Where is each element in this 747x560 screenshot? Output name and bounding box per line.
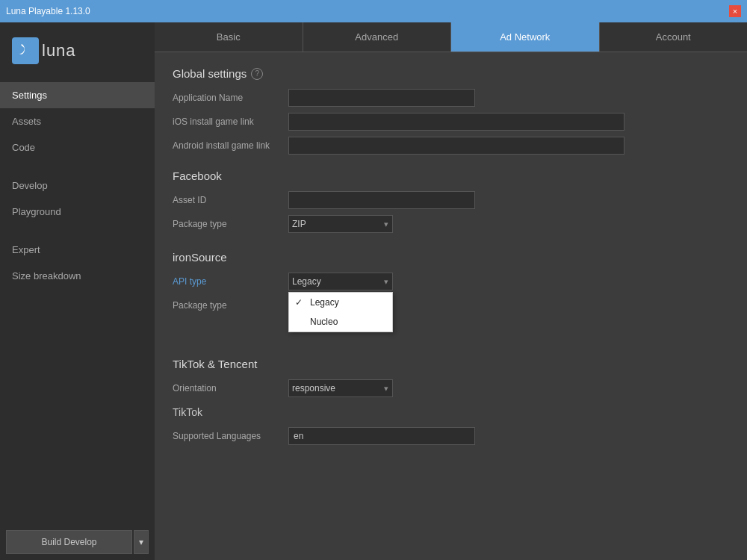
logo-icon: [12, 37, 39, 64]
logo-text: luna: [42, 41, 76, 60]
ironsource-package-type-row: Package type ZIP HTML: [173, 296, 729, 314]
sidebar-item-assets[interactable]: Assets: [0, 108, 155, 134]
tab-ad-network[interactable]: Ad Network: [451, 22, 600, 52]
supported-languages-label: Supported Languages: [173, 431, 288, 441]
content-area: Basic Advanced Ad Network Account Global…: [155, 22, 747, 560]
application-name-label: Application Name: [173, 93, 288, 103]
tab-bar: Basic Advanced Ad Network Account: [155, 22, 747, 52]
build-dropdown-button[interactable]: ▾: [134, 530, 149, 554]
sidebar-item-size-breakdown[interactable]: Size breakdown: [0, 263, 155, 289]
orientation-wrapper: responsive portrait landscape: [288, 379, 393, 397]
sidebar-item-settings[interactable]: Settings: [0, 82, 155, 108]
app-title: Luna Playable 1.13.0: [6, 6, 90, 16]
help-icon[interactable]: ?: [251, 68, 263, 80]
tab-basic[interactable]: Basic: [155, 22, 303, 52]
sidebar-item-expert[interactable]: Expert: [0, 237, 155, 263]
logo-area: luna: [0, 22, 155, 82]
titlebar: Luna Playable 1.13.0 ×: [0, 0, 747, 22]
orientation-select[interactable]: responsive portrait landscape: [288, 379, 393, 397]
ironsource-api-type-label[interactable]: API type: [173, 276, 288, 287]
fb-asset-id-row: Asset ID: [173, 191, 729, 209]
android-install-link-input[interactable]: [288, 137, 624, 155]
android-install-link-label: Android install game link: [173, 140, 288, 151]
sidebar-item-code[interactable]: Code: [0, 134, 155, 161]
fb-package-type-select[interactable]: ZIP HTML: [288, 215, 393, 233]
build-develop-button[interactable]: Build Develop: [6, 530, 132, 554]
application-name-row: Application Name: [173, 89, 729, 107]
tab-advanced[interactable]: Advanced: [303, 22, 452, 52]
facebook-header: Facebook: [173, 169, 729, 182]
orientation-label: Orientation: [173, 383, 288, 393]
dropdown-option-nucleo[interactable]: Nucleo: [289, 312, 392, 332]
ironsource-package-type-label: Package type: [173, 300, 288, 311]
tiktok-tencent-header: TikTok & Tencent: [173, 358, 729, 370]
app-container: luna Settings Assets Code Develop Playgr…: [0, 22, 747, 560]
sidebar: luna Settings Assets Code Develop Playgr…: [0, 22, 155, 560]
orientation-row: Orientation responsive portrait landscap…: [173, 379, 729, 397]
ios-install-link-row: iOS install game link: [173, 113, 729, 131]
ios-install-link-label: iOS install game link: [173, 116, 288, 127]
fb-package-type-row: Package type ZIP HTML: [173, 215, 729, 233]
fb-asset-id-label: Asset ID: [173, 195, 288, 205]
ironsource-api-type-row: API type Legacy Nucleo Legacy Nucleo: [173, 273, 729, 290]
fb-package-type-wrapper: ZIP HTML: [288, 215, 393, 233]
ios-install-link-input[interactable]: [288, 113, 624, 131]
ironsource-api-type-select[interactable]: Legacy Nucleo: [288, 273, 393, 290]
tiktok-header: TikTok: [173, 406, 729, 418]
logo: luna: [12, 37, 143, 64]
fb-asset-id-input[interactable]: [288, 191, 475, 209]
api-type-dropdown-popup: Legacy Nucleo: [288, 292, 393, 332]
build-btn-area: Build Develop ▾: [0, 524, 155, 560]
tab-account[interactable]: Account: [600, 22, 748, 52]
fb-package-type-label: Package type: [173, 219, 288, 229]
application-name-input[interactable]: [288, 89, 475, 107]
sidebar-item-develop[interactable]: Develop: [0, 172, 155, 199]
sidebar-item-playground[interactable]: Playground: [0, 199, 155, 225]
ironsource-header: ironSource: [173, 251, 729, 264]
global-settings-header: Global settings ?: [173, 67, 729, 80]
ironsource-api-type-wrapper: Legacy Nucleo Legacy Nucleo: [288, 273, 393, 290]
supported-languages-row: Supported Languages: [173, 427, 729, 445]
dropdown-option-legacy[interactable]: Legacy: [289, 293, 392, 312]
close-button[interactable]: ×: [729, 5, 741, 17]
supported-languages-input[interactable]: [288, 427, 475, 445]
main-content: Global settings ? Application Name iOS i…: [155, 52, 747, 560]
android-install-link-row: Android install game link: [173, 137, 729, 155]
